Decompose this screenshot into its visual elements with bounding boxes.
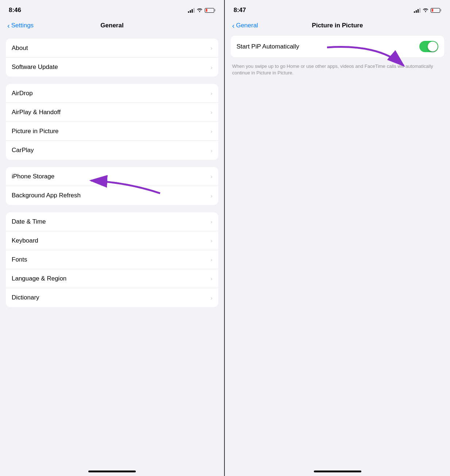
left-content: About › Software Update › AirDrop › AirP… [0,36,224,471]
right-home-bar [314,471,361,472]
right-status-bar: 8:47 [225,0,450,18]
chevron-icon-carplay: › [211,147,212,154]
settings-row-airdrop[interactable]: AirDrop › [6,84,218,103]
left-status-icons [188,7,215,13]
left-nav-bar: ‹ Settings General [0,18,224,36]
settings-label-pip: Picture in Picture [12,128,59,135]
settings-label-software-update: Software Update [12,63,58,71]
chevron-icon-fonts: › [211,256,212,263]
settings-row-background-refresh[interactable]: Background App Refresh › [6,186,218,205]
settings-label-dictionary: Dictionary [12,294,39,301]
settings-row-keyboard[interactable]: Keyboard › [6,231,218,250]
settings-group-2: AirDrop › AirPlay & Handoff › Picture in… [6,84,218,160]
settings-row-software-update[interactable]: Software Update › [6,58,218,77]
chevron-icon-date-time: › [211,218,212,225]
battery-icon [205,8,215,13]
right-wifi-icon [423,7,428,13]
right-back-chevron-icon: ‹ [232,22,235,30]
settings-label-date-time: Date & Time [12,218,46,225]
chevron-icon-pip: › [211,128,212,134]
right-back-button[interactable]: ‹ General [232,22,258,30]
chevron-icon-airdrop: › [211,90,212,96]
settings-label-airplay: AirPlay & Handoff [12,109,61,116]
settings-label-about: About [12,44,28,52]
settings-row-iphone-storage[interactable]: iPhone Storage › [6,167,218,186]
settings-label-airdrop: AirDrop [12,90,33,97]
settings-row-date-time[interactable]: Date & Time › [6,212,218,231]
pip-description: When you swipe up to go Home or use othe… [225,60,450,76]
settings-row-dictionary[interactable]: Dictionary › [6,288,218,307]
settings-label-iphone-storage: iPhone Storage [12,173,54,180]
right-signal-bars-icon [414,8,420,13]
settings-label-background-refresh: Background App Refresh [12,192,81,199]
settings-row-pip[interactable]: Picture in Picture › [6,122,218,141]
settings-row-carplay[interactable]: CarPlay › [6,141,218,160]
chevron-icon-software-update: › [211,64,212,70]
settings-row-language[interactable]: Language & Region › [6,269,218,288]
settings-label-carplay: CarPlay [12,147,34,154]
settings-group-1: About › Software Update › [6,39,218,77]
left-phone-panel: 8:46 ‹ Settings [0,0,225,476]
chevron-icon-keyboard: › [211,237,212,244]
left-home-indicator [0,471,224,476]
chevron-icon-language: › [211,275,212,282]
settings-label-keyboard: Keyboard [12,237,38,244]
settings-label-language: Language & Region [12,275,66,282]
right-status-time: 8:47 [234,7,246,14]
settings-row-fonts[interactable]: Fonts › [6,250,218,269]
left-status-bar: 8:46 [0,0,224,18]
left-back-label: Settings [11,22,34,29]
right-battery-icon [431,8,441,13]
left-status-time: 8:46 [9,7,21,14]
settings-group-3: iPhone Storage › Background App Refresh … [6,167,218,205]
left-home-bar [88,471,136,472]
settings-label-fonts: Fonts [12,256,27,263]
pip-toggle-switch[interactable] [419,41,438,52]
pip-toggle-label: Start PiP Automatically [236,43,299,50]
wifi-icon [197,7,203,13]
left-back-button[interactable]: ‹ Settings [7,22,34,30]
right-nav-title: Picture in Picture [312,22,363,29]
settings-row-about[interactable]: About › [6,39,218,58]
pip-toggle-row[interactable]: Start PiP Automatically [231,36,444,57]
right-back-label: General [236,22,258,29]
back-chevron-icon: ‹ [7,22,10,30]
chevron-icon-background-refresh: › [211,193,212,199]
right-nav-bar: ‹ General Picture in Picture [225,18,450,36]
chevron-icon-airplay: › [211,109,212,115]
chevron-icon-dictionary: › [211,295,212,301]
right-status-icons [414,7,441,13]
chevron-icon-about: › [211,45,212,51]
right-phone-panel: 8:47 ‹ General [225,0,450,476]
right-home-indicator [225,471,450,476]
toggle-thumb [428,42,438,51]
chevron-icon-iphone-storage: › [211,173,212,179]
left-nav-title: General [100,22,123,29]
signal-bars-icon [188,8,195,13]
settings-group-4: Date & Time › Keyboard › Fonts › Languag… [6,212,218,307]
settings-row-airplay[interactable]: AirPlay & Handoff › [6,103,218,122]
